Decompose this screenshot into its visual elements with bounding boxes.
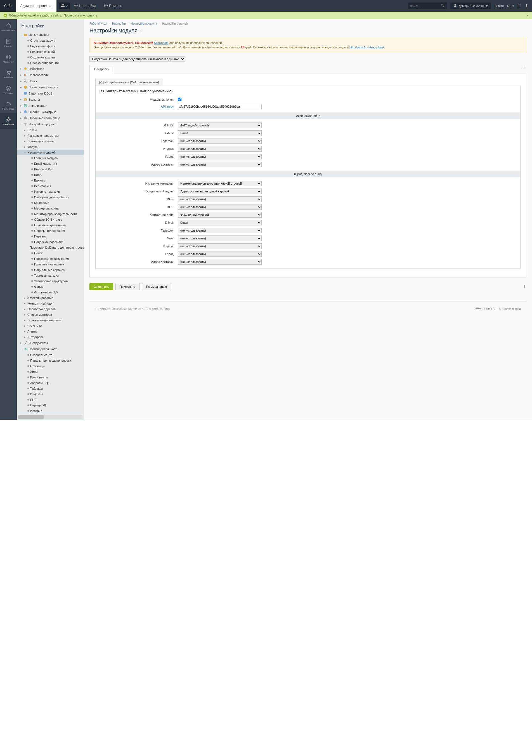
tree-item[interactable]: Хиты xyxy=(17,369,84,374)
buy-link[interactable]: http://www.1c-bitrix.ru/buy/ xyxy=(349,45,384,49)
tree-item[interactable]: Запросы SQL xyxy=(17,380,84,386)
favorite-star-icon[interactable]: ☆ xyxy=(140,29,144,33)
search-box[interactable] xyxy=(408,3,447,9)
expand-icon[interactable]: ⇕ xyxy=(520,65,526,71)
select-phys-delivery[interactable]: (не использовать) xyxy=(178,162,262,167)
tree-item[interactable]: Страницы xyxy=(17,363,84,369)
tree-item[interactable]: ▸Сайты xyxy=(17,127,84,133)
tree-item[interactable]: Мастер магазина xyxy=(17,205,84,211)
select-jur-company[interactable]: Наименование организации одной строкой xyxy=(178,181,262,186)
tree-item[interactable]: Сервер БД xyxy=(17,402,84,408)
tree-item[interactable]: Перевод xyxy=(17,233,84,239)
tree-item[interactable]: Управление структурой xyxy=(17,278,84,284)
tree-item[interactable]: Выделение фраз xyxy=(17,43,84,49)
tree-item[interactable]: ▸Автокеширование xyxy=(17,295,84,301)
tree-item[interactable]: История xyxy=(17,408,84,414)
iconbar-marketing[interactable]: Маркетинг xyxy=(0,51,17,66)
tree-item[interactable]: Защита от DDoS xyxy=(17,90,84,96)
sidebar-scrollbar[interactable] xyxy=(18,415,83,419)
tree-item[interactable]: Скорость сайта xyxy=(17,352,84,358)
iconbar-shop[interactable]: Магазин xyxy=(0,66,17,82)
select-jur-fax[interactable]: (не использовать) xyxy=(178,235,262,241)
select-jur-index[interactable]: (не использовать) xyxy=(178,243,262,249)
tree-item[interactable]: Веб-формы xyxy=(17,183,84,189)
select-phys-email[interactable]: Email xyxy=(178,130,262,136)
tree-item[interactable]: Таблицы xyxy=(17,386,84,391)
tree-item[interactable]: Блоги xyxy=(17,172,84,177)
tree-item[interactable]: Создание архива xyxy=(17,55,84,60)
tree-item[interactable]: Email-маркетинг xyxy=(17,161,84,166)
tree-item[interactable]: Облачные хранилища xyxy=(17,222,84,228)
tree-item[interactable]: Торговый каталог xyxy=(17,273,84,278)
notification-badge[interactable]: 2 xyxy=(59,3,70,9)
tree-item[interactable]: Панель производительности xyxy=(17,358,84,363)
tree-item[interactable]: ▸Почтовые события xyxy=(17,138,84,144)
select-jur-delivery[interactable]: (не использовать) xyxy=(178,259,262,265)
select-phys-city[interactable]: (не использовать) xyxy=(178,154,262,159)
logout-link[interactable]: Выйти xyxy=(494,4,504,8)
close-icon[interactable]: ✕ xyxy=(526,14,529,17)
tree-item[interactable]: ▸Обработка адресов xyxy=(17,306,84,312)
link-help[interactable]: ? Помощь xyxy=(100,0,126,12)
maximize-icon[interactable] xyxy=(518,4,521,8)
iconbar-content[interactable]: Контент xyxy=(0,35,17,51)
footer-link-site[interactable]: www.1c-bitrix.ru xyxy=(475,308,495,310)
tree-item[interactable]: Интернет-магазин xyxy=(17,189,84,194)
link-settings[interactable]: Настройки xyxy=(70,0,100,12)
tree-item[interactable]: Структура модуля xyxy=(17,38,84,43)
select-jur-inn[interactable]: (не использовать) xyxy=(178,196,262,202)
tree-item[interactable]: Монитор производительности xyxy=(17,211,84,217)
label-api-key[interactable]: API ключ: xyxy=(161,105,174,108)
breadcrumb-item[interactable]: Настройки xyxy=(112,22,126,25)
tree-item[interactable]: ▸Поиск xyxy=(17,78,84,84)
tree-item[interactable]: Социальные сервисы xyxy=(17,267,84,273)
alert-link[interactable]: Проверить и исправить. xyxy=(64,14,98,17)
tree-item[interactable]: Информационные блоки xyxy=(17,194,84,200)
pin-toolbar-icon[interactable] xyxy=(522,285,526,289)
tree-item[interactable]: ▸Список мастеров xyxy=(17,312,84,317)
tree-item[interactable]: Валюты xyxy=(17,177,84,183)
pin-icon[interactable] xyxy=(525,4,529,8)
tree-item[interactable]: Поиск xyxy=(17,250,84,256)
tree-item[interactable]: Push and Pull xyxy=(17,166,84,172)
tree-item[interactable]: ▸Композитный сайт xyxy=(17,301,84,306)
iconbar-services[interactable]: Сервисы xyxy=(0,82,17,97)
save-button[interactable]: Сохранить xyxy=(90,283,113,290)
tree-item[interactable]: ▸Проактивная защита xyxy=(17,84,84,90)
breadcrumb-item[interactable]: Настройки продукта xyxy=(131,22,157,25)
tree-item[interactable]: ▸Интерфейс xyxy=(17,334,84,340)
apply-button[interactable]: Применить xyxy=(116,283,140,290)
tree-item[interactable]: ▸Избранное xyxy=(17,66,84,72)
tree-item[interactable]: ▸Модули xyxy=(17,144,84,149)
tree-item[interactable]: ▸Облако 1С-Битрикс xyxy=(17,109,84,115)
module-select[interactable]: Подсказки DaData.ru для редактирования з… xyxy=(90,56,185,62)
tree-item[interactable]: Индексы xyxy=(17,391,84,397)
select-jur-contact[interactable]: ФИО одной строкой xyxy=(178,212,262,218)
input-api-key[interactable] xyxy=(178,104,262,109)
tree-item[interactable]: ▸Агенты xyxy=(17,329,84,334)
tree-item[interactable]: ▸Пользователи xyxy=(17,72,84,78)
tree-item[interactable]: Конверсия xyxy=(17,200,84,205)
iconbar-settings[interactable]: Настройки xyxy=(0,113,17,129)
tree-item[interactable]: ▸Пользовательские поля xyxy=(17,317,84,323)
select-jur-addr[interactable]: Адрес организации одной строкой xyxy=(178,189,262,194)
tree-item[interactable]: −bitrix.mpbuilder xyxy=(17,32,84,38)
select-jur-email[interactable]: Email xyxy=(178,220,262,226)
tree-item[interactable]: Фотогалерея 2.0 xyxy=(17,289,84,295)
tree-item[interactable]: ▸CAPTCHA xyxy=(17,323,84,329)
iconbar-marketplace[interactable]: Marketplace xyxy=(0,97,17,113)
tree-item[interactable]: Сборка обновлений xyxy=(17,60,84,66)
select-jur-kpp[interactable]: (не использовать) xyxy=(178,204,262,210)
tree-item[interactable]: Подписка, рассылки xyxy=(17,239,84,245)
tree-item[interactable]: ▸Инструменты xyxy=(17,340,84,346)
tree-item[interactable]: −Производительность xyxy=(17,346,84,352)
tree-item[interactable]: Поисковая оптимизация xyxy=(17,256,84,261)
iconbar-desktop[interactable]: Рабочий стол xyxy=(0,19,17,35)
tab-settings[interactable]: Настройки xyxy=(90,65,114,73)
footer-link-support[interactable]: Техподдержка xyxy=(502,308,521,310)
default-button[interactable]: По умолчанию xyxy=(142,283,171,290)
breadcrumb-item[interactable]: Рабочий стол xyxy=(90,22,107,25)
lang-switch[interactable]: RU ▾ xyxy=(507,4,514,8)
tab-admin[interactable]: Администрирование xyxy=(16,0,57,12)
tree-item[interactable]: Редактор ключей xyxy=(17,49,84,55)
